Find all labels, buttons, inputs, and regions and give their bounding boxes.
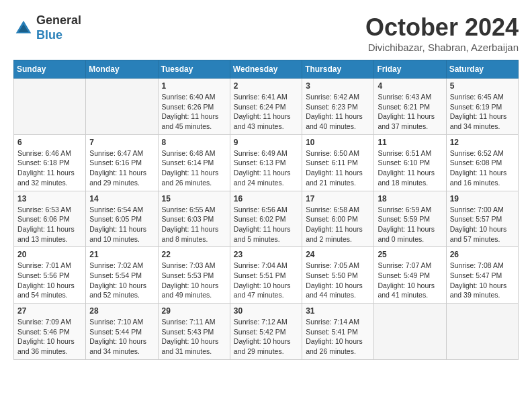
calendar-cell: 19Sunrise: 7:00 AMSunset: 5:57 PMDayligh…: [446, 191, 518, 247]
day-number: 9: [234, 138, 298, 147]
day-number: 29: [162, 306, 226, 316]
day-number: 23: [234, 250, 298, 259]
day-number: 27: [17, 306, 82, 316]
day-info: Sunrise: 6:40 AMSunset: 6:26 PMDaylight:…: [162, 92, 226, 132]
day-info: Sunrise: 7:01 AMSunset: 5:56 PMDaylight:…: [17, 261, 82, 300]
calendar-cell: 9Sunrise: 6:49 AMSunset: 6:13 PMDaylight…: [230, 134, 302, 191]
day-number: 11: [378, 138, 442, 147]
day-info: Sunrise: 7:09 AMSunset: 5:46 PMDaylight:…: [17, 317, 82, 357]
calendar-cell: 3Sunrise: 6:42 AMSunset: 6:23 PMDaylight…: [302, 79, 374, 135]
day-number: 15: [162, 194, 226, 203]
calendar-week-row: 27Sunrise: 7:09 AMSunset: 5:46 PMDayligh…: [14, 304, 519, 360]
day-info: Sunrise: 6:54 AMSunset: 6:05 PMDaylight:…: [89, 205, 154, 244]
calendar-week-row: 6Sunrise: 6:46 AMSunset: 6:18 PMDaylight…: [14, 134, 519, 191]
day-of-week-header: Saturday: [446, 60, 518, 79]
day-info: Sunrise: 6:43 AMSunset: 6:21 PMDaylight:…: [378, 92, 442, 132]
day-number: 16: [234, 194, 298, 203]
day-number: 28: [89, 306, 154, 316]
calendar-cell: 15Sunrise: 6:55 AMSunset: 6:03 PMDayligh…: [158, 191, 230, 247]
day-info: Sunrise: 6:50 AMSunset: 6:11 PMDaylight:…: [306, 148, 370, 188]
day-number: 18: [378, 194, 442, 203]
title-section: October 2024 Divichibazar, Shabran, Azer…: [365, 13, 519, 53]
calendar-body: 1Sunrise: 6:40 AMSunset: 6:26 PMDaylight…: [14, 79, 519, 360]
calendar-cell: 23Sunrise: 7:04 AMSunset: 5:51 PMDayligh…: [230, 247, 302, 304]
day-number: 5: [450, 81, 515, 91]
calendar-cell: 20Sunrise: 7:01 AMSunset: 5:56 PMDayligh…: [14, 247, 86, 304]
day-info: Sunrise: 6:46 AMSunset: 6:18 PMDaylight:…: [17, 148, 82, 188]
day-info: Sunrise: 6:52 AMSunset: 6:08 PMDaylight:…: [450, 148, 515, 188]
day-info: Sunrise: 7:07 AMSunset: 5:49 PMDaylight:…: [378, 261, 442, 300]
day-info: Sunrise: 7:11 AMSunset: 5:43 PMDaylight:…: [162, 317, 226, 357]
calendar-cell: [14, 79, 86, 135]
calendar-cell: 11Sunrise: 6:51 AMSunset: 6:10 PMDayligh…: [374, 134, 446, 191]
day-info: Sunrise: 6:55 AMSunset: 6:03 PMDaylight:…: [162, 205, 226, 244]
logo-icon: [13, 18, 34, 38]
day-info: Sunrise: 6:42 AMSunset: 6:23 PMDaylight:…: [306, 92, 370, 132]
day-info: Sunrise: 6:59 AMSunset: 5:59 PMDaylight:…: [378, 205, 442, 244]
calendar-cell: [86, 79, 158, 135]
calendar-cell: 6Sunrise: 6:46 AMSunset: 6:18 PMDaylight…: [14, 134, 86, 191]
day-number: 26: [450, 250, 515, 259]
day-number: 25: [378, 250, 442, 259]
calendar-week-row: 20Sunrise: 7:01 AMSunset: 5:56 PMDayligh…: [14, 247, 519, 304]
logo-text: General Blue: [36, 13, 81, 42]
calendar-cell: 4Sunrise: 6:43 AMSunset: 6:21 PMDaylight…: [374, 79, 446, 135]
day-info: Sunrise: 6:49 AMSunset: 6:13 PMDaylight:…: [234, 148, 298, 188]
calendar-cell: 14Sunrise: 6:54 AMSunset: 6:05 PMDayligh…: [86, 191, 158, 247]
day-info: Sunrise: 7:05 AMSunset: 5:50 PMDaylight:…: [306, 261, 370, 300]
calendar-cell: [446, 304, 518, 360]
day-info: Sunrise: 7:02 AMSunset: 5:54 PMDaylight:…: [89, 261, 154, 300]
day-info: Sunrise: 7:08 AMSunset: 5:47 PMDaylight:…: [450, 261, 515, 300]
day-info: Sunrise: 7:00 AMSunset: 5:57 PMDaylight:…: [450, 205, 515, 244]
day-of-week-header: Thursday: [302, 60, 374, 79]
location: Divichibazar, Shabran, Azerbaijan: [365, 42, 519, 53]
calendar-cell: 29Sunrise: 7:11 AMSunset: 5:43 PMDayligh…: [158, 304, 230, 360]
day-info: Sunrise: 6:58 AMSunset: 6:00 PMDaylight:…: [306, 205, 370, 244]
calendar-cell: 28Sunrise: 7:10 AMSunset: 5:44 PMDayligh…: [86, 304, 158, 360]
calendar-cell: 24Sunrise: 7:05 AMSunset: 5:50 PMDayligh…: [302, 247, 374, 304]
day-number: 14: [89, 194, 154, 203]
day-number: 12: [450, 138, 515, 147]
logo-blue: Blue: [36, 28, 81, 43]
day-of-week-header: Monday: [86, 60, 158, 79]
day-number: 2: [234, 81, 298, 91]
calendar-cell: 2Sunrise: 6:41 AMSunset: 6:24 PMDaylight…: [230, 79, 302, 135]
page-header: General Blue October 2024 Divichibazar, …: [13, 13, 519, 53]
day-number: 10: [306, 138, 370, 147]
day-number: 30: [234, 306, 298, 316]
logo: General Blue: [13, 13, 81, 42]
month-title: October 2024: [365, 13, 519, 42]
day-info: Sunrise: 7:14 AMSunset: 5:41 PMDaylight:…: [306, 317, 370, 357]
day-info: Sunrise: 6:53 AMSunset: 6:06 PMDaylight:…: [17, 205, 82, 244]
calendar-cell: 13Sunrise: 6:53 AMSunset: 6:06 PMDayligh…: [14, 191, 86, 247]
day-info: Sunrise: 7:10 AMSunset: 5:44 PMDaylight:…: [89, 317, 154, 357]
day-info: Sunrise: 7:03 AMSunset: 5:53 PMDaylight:…: [162, 261, 226, 300]
day-number: 6: [17, 138, 82, 147]
calendar-cell: 17Sunrise: 6:58 AMSunset: 6:00 PMDayligh…: [302, 191, 374, 247]
day-info: Sunrise: 6:41 AMSunset: 6:24 PMDaylight:…: [234, 92, 298, 132]
calendar-week-row: 1Sunrise: 6:40 AMSunset: 6:26 PMDaylight…: [14, 79, 519, 135]
calendar-header-row: SundayMondayTuesdayWednesdayThursdayFrid…: [14, 60, 519, 79]
calendar-cell: 27Sunrise: 7:09 AMSunset: 5:46 PMDayligh…: [14, 304, 86, 360]
calendar-cell: 12Sunrise: 6:52 AMSunset: 6:08 PMDayligh…: [446, 134, 518, 191]
calendar-cell: 10Sunrise: 6:50 AMSunset: 6:11 PMDayligh…: [302, 134, 374, 191]
calendar-cell: 8Sunrise: 6:48 AMSunset: 6:14 PMDaylight…: [158, 134, 230, 191]
calendar-cell: 21Sunrise: 7:02 AMSunset: 5:54 PMDayligh…: [86, 247, 158, 304]
day-number: 4: [378, 81, 442, 91]
calendar-cell: 31Sunrise: 7:14 AMSunset: 5:41 PMDayligh…: [302, 304, 374, 360]
day-of-week-header: Friday: [374, 60, 446, 79]
day-number: 24: [306, 250, 370, 259]
day-of-week-header: Wednesday: [230, 60, 302, 79]
day-number: 3: [306, 81, 370, 91]
calendar-cell: 16Sunrise: 6:56 AMSunset: 6:02 PMDayligh…: [230, 191, 302, 247]
day-number: 13: [17, 194, 82, 203]
calendar-cell: 22Sunrise: 7:03 AMSunset: 5:53 PMDayligh…: [158, 247, 230, 304]
day-number: 22: [162, 250, 226, 259]
day-number: 7: [89, 138, 154, 147]
calendar-cell: 30Sunrise: 7:12 AMSunset: 5:42 PMDayligh…: [230, 304, 302, 360]
day-info: Sunrise: 6:56 AMSunset: 6:02 PMDaylight:…: [234, 205, 298, 244]
day-number: 20: [17, 250, 82, 259]
day-number: 31: [306, 306, 370, 316]
day-info: Sunrise: 7:12 AMSunset: 5:42 PMDaylight:…: [234, 317, 298, 357]
calendar-cell: 26Sunrise: 7:08 AMSunset: 5:47 PMDayligh…: [446, 247, 518, 304]
